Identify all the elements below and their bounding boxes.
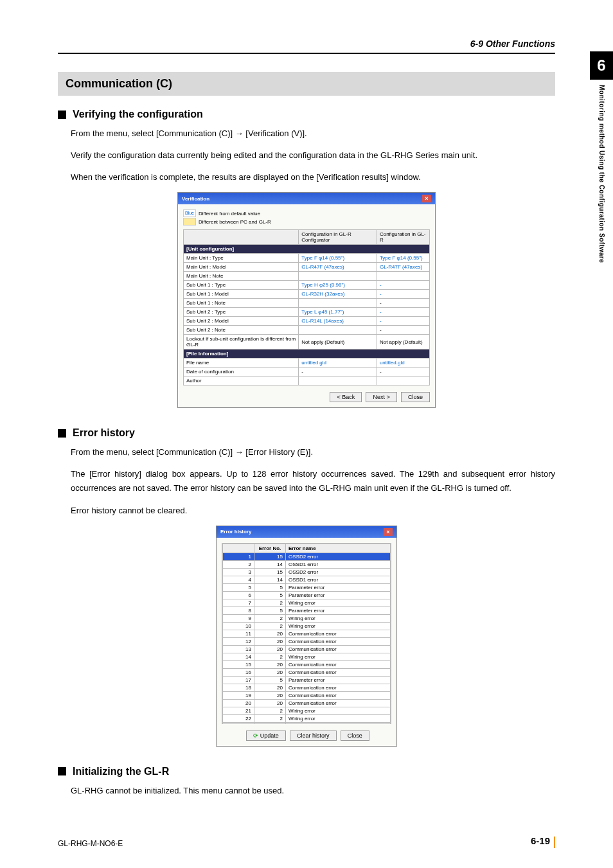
table-row: Main Unit : ModelGL-R47F (47axes)GL-R47F… — [184, 263, 430, 272]
init-text: GL-RHG cannot be initialized. This menu … — [71, 784, 555, 798]
subheading-verify: Verifying the configuration — [58, 109, 555, 120]
chapter-sidebar: 6 Monitoring method Using the Configurat… — [590, 51, 613, 411]
subheading-init: Initializing the GL-R — [58, 766, 555, 777]
table-row[interactable]: 92Wiring error — [223, 614, 391, 622]
table-row[interactable]: 1220Communication error — [223, 637, 391, 645]
table-row[interactable]: 55Parameter error — [223, 583, 391, 591]
bullet-square-icon — [58, 111, 66, 119]
bullet-square-icon — [58, 767, 66, 775]
subheading-error: Error history — [58, 427, 555, 439]
table-row: Sub Unit 2 : TypeType L φ45 (1.77")- — [184, 308, 430, 317]
table-row[interactable]: 414OSSD1 error — [223, 576, 391, 583]
legend-yellow-swatch — [183, 218, 196, 226]
table-row[interactable]: 175Parameter error — [223, 676, 391, 684]
clear-history-button[interactable]: Clear history — [290, 731, 337, 741]
update-button[interactable]: ⟳ Update — [246, 731, 286, 741]
error-text-3: Error history cannot be cleared. — [71, 504, 555, 518]
table-row[interactable]: 85Parameter error — [223, 607, 391, 614]
table-row: File nameuntitled.glduntitled.gld — [184, 359, 430, 368]
table-row: Sub Unit 2 : ModelGL-R14L (14axes)- — [184, 317, 430, 326]
table-row[interactable]: 1120Communication error — [223, 630, 391, 637]
doc-id: GL-RHG-M-NO6-E — [58, 839, 123, 848]
table-row[interactable]: 2020Communication error — [223, 699, 391, 707]
table-row[interactable]: 222Wiring error — [223, 714, 391, 722]
header-rule — [58, 53, 555, 54]
verification-table: Configuration in GL-R ConfiguratorConfig… — [183, 229, 430, 385]
table-row[interactable]: 212Wiring error — [223, 707, 391, 714]
table-row: Sub Unit 2 : Note- — [184, 326, 430, 335]
error-history-dialog: Error history × Error No.Error name 115O… — [216, 526, 397, 747]
error-table: Error No.Error name 115OSSD2 error214OSS… — [222, 544, 391, 724]
table-row[interactable]: 214OSSD1 error — [223, 560, 391, 568]
verify-text-1: From the menu, select [Communication (C)… — [71, 127, 555, 141]
table-row: Main Unit : TypeType F φ14 (0.55")Type F… — [184, 254, 430, 263]
page-number: 6-19 — [531, 835, 550, 846]
table-row: Author — [184, 376, 430, 385]
legend: BlueDifferent from default value Differe… — [183, 209, 430, 226]
table-row[interactable]: 232Wiring error — [223, 722, 391, 724]
table-row[interactable]: 65Parameter error — [223, 591, 391, 599]
table-row[interactable]: 1320Communication error — [223, 645, 391, 653]
table-row[interactable]: 115OSSD2 error — [223, 553, 391, 560]
page-header: 6-9 Other Functions — [58, 39, 555, 49]
next-button[interactable]: Next > — [366, 392, 396, 402]
section-title: Communication (C) — [58, 72, 555, 96]
table-row[interactable]: 315OSSD2 error — [223, 568, 391, 576]
verify-text-2: Verify the configuration data currently … — [71, 148, 555, 163]
close-button[interactable]: Close — [341, 731, 369, 741]
table-row[interactable]: 72Wiring error — [223, 599, 391, 607]
legend-blue-swatch: Blue — [183, 209, 196, 217]
chapter-badge: 6 — [590, 51, 613, 80]
close-button[interactable]: Close — [401, 392, 430, 402]
table-row[interactable]: 102Wiring error — [223, 622, 391, 630]
page-footer: GL-RHG-M-NO6-E 6-19 — [58, 835, 555, 848]
error-text-1: From the menu, select [Communication (C)… — [71, 445, 555, 459]
error-text-2: The [Error history] dialog box appears. … — [71, 467, 555, 495]
close-icon[interactable]: × — [384, 528, 393, 536]
close-icon[interactable]: × — [422, 195, 431, 202]
back-button[interactable]: < Back — [330, 392, 362, 402]
table-row[interactable]: 1620Communication error — [223, 668, 391, 676]
table-row[interactable]: 1520Communication error — [223, 660, 391, 668]
verify-text-3: When the verification is complete, the r… — [71, 170, 555, 184]
table-row: Sub Unit 1 : TypeType H φ25 (0.98")- — [184, 281, 430, 290]
chapter-caption: Monitoring method Using the Configuratio… — [598, 85, 605, 263]
table-row: Sub Unit 1 : Note- — [184, 299, 430, 308]
table-row[interactable]: 142Wiring error — [223, 653, 391, 660]
dialog-title: Verification — [182, 196, 209, 202]
bullet-square-icon — [58, 429, 66, 438]
table-row[interactable]: 1920Communication error — [223, 691, 391, 699]
dialog-title: Error history — [220, 529, 251, 535]
table-row: Lockout if sub-unit configuration is dif… — [184, 335, 430, 350]
table-row[interactable]: 1820Communication error — [223, 684, 391, 691]
table-row: Sub Unit 1 : ModelGL-R32H (32axes)- — [184, 290, 430, 299]
verification-dialog: Verification × BlueDifferent from defaul… — [177, 192, 436, 408]
table-row: Main Unit : Note — [184, 272, 430, 281]
table-row: Date of configuration-- — [184, 368, 430, 376]
